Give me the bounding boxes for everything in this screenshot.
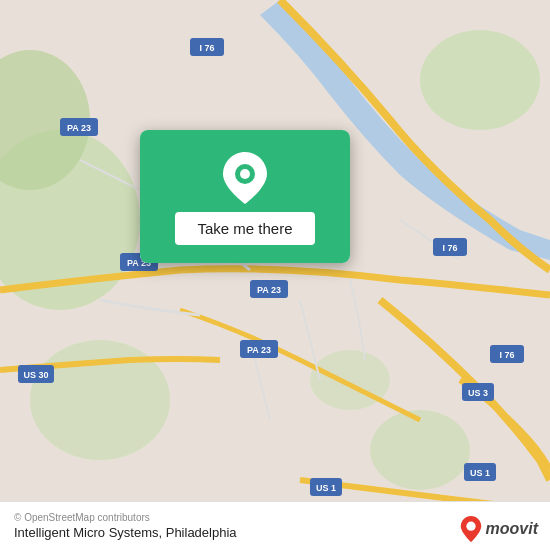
svg-text:I 76: I 76 bbox=[499, 350, 514, 360]
svg-text:I 76: I 76 bbox=[442, 243, 457, 253]
moovit-logo: moovit bbox=[460, 516, 538, 542]
svg-text:I 76: I 76 bbox=[199, 43, 214, 53]
svg-text:US 3: US 3 bbox=[468, 388, 488, 398]
popup-card: Take me there bbox=[140, 130, 350, 263]
svg-text:US 1: US 1 bbox=[316, 483, 336, 493]
location-label: Intelligent Micro Systems, Philadelphia bbox=[14, 525, 536, 540]
location-pin-icon bbox=[223, 152, 267, 204]
svg-point-30 bbox=[240, 169, 250, 179]
moovit-pin-icon bbox=[460, 516, 482, 542]
svg-text:PA 23: PA 23 bbox=[247, 345, 271, 355]
svg-point-31 bbox=[466, 522, 475, 531]
svg-text:US 1: US 1 bbox=[470, 468, 490, 478]
map-container: I 76 PA 23 PA 23 PA 23 I 76 I 76 US 30 U… bbox=[0, 0, 550, 550]
svg-text:PA 23: PA 23 bbox=[67, 123, 91, 133]
svg-point-3 bbox=[420, 30, 540, 130]
popup-green-section: Take me there bbox=[140, 130, 350, 263]
map-attribution: © OpenStreetMap contributors bbox=[14, 512, 536, 523]
svg-text:US 30: US 30 bbox=[23, 370, 48, 380]
map-background: I 76 PA 23 PA 23 PA 23 I 76 I 76 US 30 U… bbox=[0, 0, 550, 550]
svg-point-5 bbox=[370, 410, 470, 490]
svg-text:PA 23: PA 23 bbox=[257, 285, 281, 295]
take-me-there-button[interactable]: Take me there bbox=[175, 212, 314, 245]
moovit-brand-text: moovit bbox=[486, 520, 538, 538]
